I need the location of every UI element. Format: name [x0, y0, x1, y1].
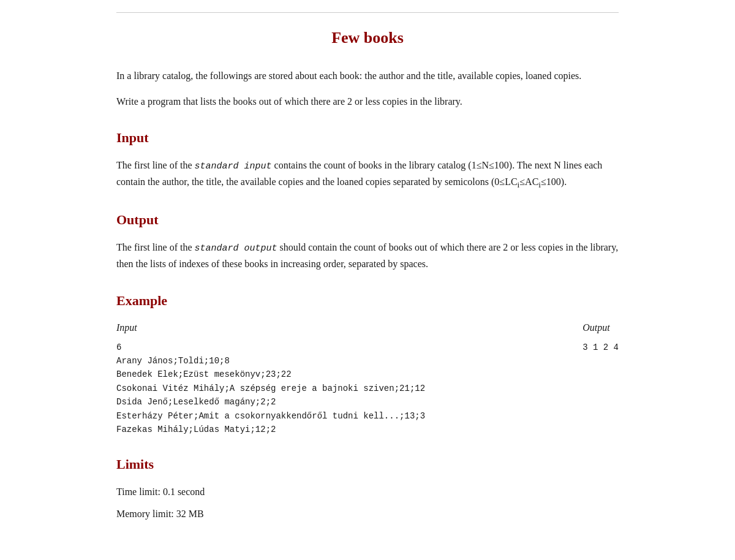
input-italic: standard input: [195, 161, 272, 172]
top-border: [116, 12, 619, 13]
output-italic: standard output: [195, 243, 277, 254]
example-input-code: 6 Arany János;Toldi;10;8 Benedek Elek;Ez…: [116, 341, 558, 437]
output-heading: Output: [116, 209, 619, 230]
input-heading: Input: [116, 127, 619, 148]
example-input-label: Input: [116, 320, 558, 336]
example-heading: Example: [116, 290, 619, 311]
intro-paragraph-2: Write a program that lists the books out…: [116, 94, 619, 110]
example-input-column: Input 6 Arany János;Toldi;10;8 Benedek E…: [116, 320, 558, 436]
input-text-before: The first line of the: [116, 160, 195, 170]
page-title: Few books: [116, 25, 619, 51]
example-output-column: Output 3 1 2 4: [558, 320, 619, 354]
limits-heading: Limits: [116, 453, 619, 475]
output-description: The first line of the standard output sh…: [116, 240, 619, 273]
page-container: Few books In a library catalog, the foll…: [0, 0, 735, 560]
output-text-before: The first line of the: [116, 242, 195, 252]
time-limit: Time limit: 0.1 second: [116, 484, 619, 500]
input-description: The first line of the standard input con…: [116, 157, 619, 192]
intro-paragraph-1: In a library catalog, the followings are…: [116, 68, 619, 84]
example-output-label: Output: [582, 320, 619, 336]
example-container: Input 6 Arany János;Toldi;10;8 Benedek E…: [116, 320, 619, 436]
example-output-code: 3 1 2 4: [582, 341, 619, 354]
memory-limit: Memory limit: 32 MB: [116, 506, 619, 522]
